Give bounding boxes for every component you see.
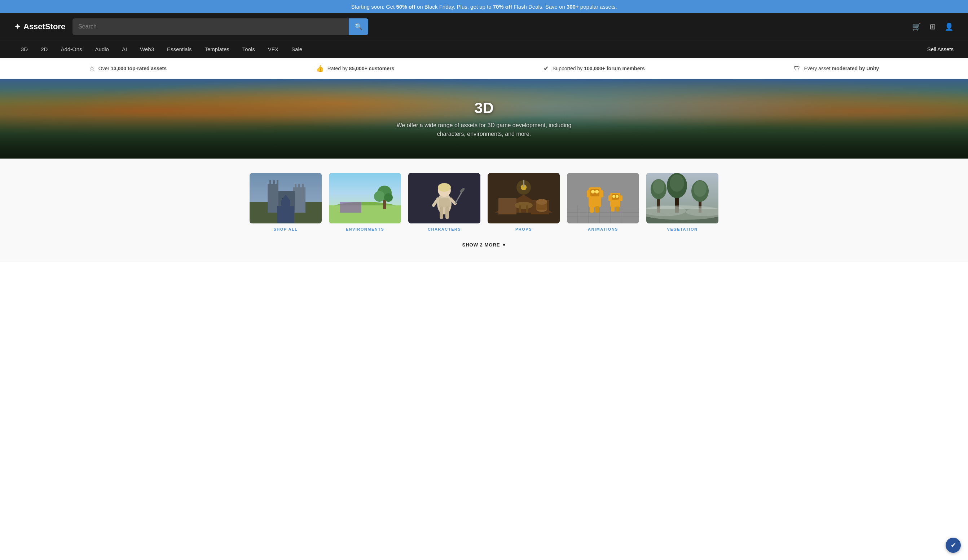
hero-content: 3D We offer a wide range of assets for 3… (394, 99, 574, 139)
svg-rect-28 (446, 206, 449, 219)
promo-text: Starting soon: Get 50% off on Black Frid… (351, 3, 617, 10)
category-card-shop-all[interactable]: SHOP ALL (250, 173, 322, 231)
main-nav: 3D 2D Add-Ons Audio AI Web3 Essentials T… (0, 40, 968, 58)
show-more-label: SHOW 2 MORE (462, 242, 500, 248)
svg-rect-24 (439, 198, 450, 207)
svg-point-63 (612, 195, 615, 198)
trust-item-top-rated: ☆ Over 13,000 top-rated assets (89, 64, 167, 73)
svg-rect-1 (250, 202, 322, 223)
svg-point-76 (670, 174, 684, 192)
svg-rect-36 (519, 205, 521, 213)
trust-item-moderated: 🛡 Every asset moderated by Unity (794, 65, 879, 73)
search-button[interactable]: 🔍 (349, 18, 368, 35)
environments-svg (329, 173, 401, 223)
svg-point-18 (374, 191, 385, 202)
category-label-shop-all: SHOP ALL (273, 227, 298, 231)
show-more-button[interactable]: SHOW 2 MORE ▾ (462, 242, 506, 248)
svg-rect-58 (600, 190, 603, 197)
svg-rect-15 (340, 202, 361, 213)
nav-item-templates[interactable]: Templates (198, 40, 235, 58)
header: ✦ AssetStore 🔍 🛒 ⊞ 👤 (0, 13, 968, 40)
svg-rect-37 (526, 205, 528, 213)
logo-text: AssetStore (23, 22, 65, 31)
svg-rect-67 (611, 206, 615, 211)
category-card-characters[interactable]: CHARACTERS (408, 173, 481, 231)
search-container: 🔍 (73, 18, 368, 35)
svg-rect-33 (499, 198, 517, 215)
account-icon[interactable]: 👤 (945, 22, 953, 31)
show-more-container: SHOW 2 MORE ▾ (22, 242, 946, 248)
characters-svg (408, 173, 481, 223)
svg-rect-60 (595, 206, 599, 213)
category-label-characters: CHARACTERS (428, 227, 461, 231)
category-label-props: PROPS (515, 227, 532, 231)
svg-rect-10 (278, 191, 295, 213)
svg-point-19 (384, 193, 393, 202)
category-label-vegetation: VEGETATION (667, 227, 698, 231)
nav-item-web3[interactable]: Web3 (133, 40, 161, 58)
grid-icon[interactable]: ⊞ (930, 22, 936, 31)
svg-point-40 (517, 180, 531, 195)
svg-point-56 (595, 190, 599, 193)
search-icon: 🔍 (355, 23, 363, 31)
category-img-environments (329, 173, 401, 223)
nav-item-sale[interactable]: Sale (285, 40, 309, 58)
logo[interactable]: ✦ AssetStore (15, 22, 65, 31)
category-card-vegetation[interactable]: VEGETATION (646, 173, 718, 231)
category-img-shop-all (250, 173, 322, 223)
trust-moderated-text: Every asset moderated by Unity (804, 66, 879, 71)
shield-check-icon: 🛡 (794, 65, 800, 73)
trust-top-rated-text: Over 13,000 top-rated assets (98, 66, 167, 71)
svg-rect-9 (302, 184, 304, 189)
promo-banner: Starting soon: Get 50% off on Black Frid… (0, 0, 968, 13)
svg-rect-65 (608, 195, 611, 201)
category-img-characters (408, 173, 481, 223)
nav-item-essentials[interactable]: Essentials (161, 40, 198, 58)
shop-all-svg (250, 173, 322, 223)
animations-svg (567, 173, 639, 223)
check-circle-icon: ✔ (544, 64, 549, 73)
trust-item-customers: 👍 Rated by 85,000+ customers (316, 64, 394, 73)
cart-icon[interactable]: 🛒 (912, 22, 921, 31)
category-label-animations: ANIMATIONS (588, 227, 618, 231)
hero-subtitle: We offer a wide range of assets for 3D g… (394, 121, 574, 139)
props-svg (487, 173, 560, 223)
nav-item-vfx[interactable]: VFX (262, 40, 285, 58)
nav-item-2d[interactable]: 2D (34, 40, 54, 58)
svg-rect-6 (293, 187, 305, 213)
star-icon: ☆ (89, 64, 95, 73)
nav-item-tools[interactable]: Tools (236, 40, 262, 58)
trust-bar: ☆ Over 13,000 top-rated assets 👍 Rated b… (0, 58, 968, 79)
header-icons: 🛒 ⊞ 👤 (912, 22, 953, 31)
sell-assets-link[interactable]: Sell Assets (927, 46, 953, 52)
trust-customers-text: Rated by 85,000+ customers (328, 66, 394, 71)
svg-rect-2 (268, 184, 278, 213)
category-section: SHOP ALL (0, 159, 968, 262)
category-label-environments: ENVIRONMENTS (346, 227, 385, 231)
category-card-environments[interactable]: ENVIRONMENTS (329, 173, 401, 231)
category-card-props[interactable]: PROPS (487, 173, 560, 231)
svg-rect-27 (440, 206, 443, 219)
svg-rect-68 (616, 206, 619, 211)
nav-item-ai[interactable]: AI (115, 40, 133, 58)
hero-banner: 3D We offer a wide range of assets for 3… (0, 79, 968, 159)
vegetation-svg (646, 173, 718, 223)
svg-point-73 (653, 180, 664, 194)
svg-point-43 (536, 199, 547, 205)
svg-rect-5 (277, 180, 278, 186)
trust-forum-text: Supported by 100,000+ forum members (552, 66, 645, 71)
category-card-animations[interactable]: ANIMATIONS (567, 173, 639, 231)
svg-rect-3 (269, 180, 271, 186)
nav-item-3d[interactable]: 3D (15, 40, 34, 58)
thumbsup-icon: 👍 (316, 64, 324, 73)
nav-items: 3D 2D Add-Ons Audio AI Web3 Essentials T… (15, 40, 927, 58)
nav-item-addons[interactable]: Add-Ons (54, 40, 88, 58)
svg-rect-8 (298, 184, 300, 189)
svg-rect-11 (282, 198, 287, 209)
nav-item-audio[interactable]: Audio (89, 40, 115, 58)
svg-rect-57 (587, 190, 590, 197)
search-input[interactable] (73, 19, 349, 34)
svg-point-79 (693, 181, 706, 197)
hero-title: 3D (394, 99, 574, 117)
svg-rect-59 (590, 206, 594, 213)
